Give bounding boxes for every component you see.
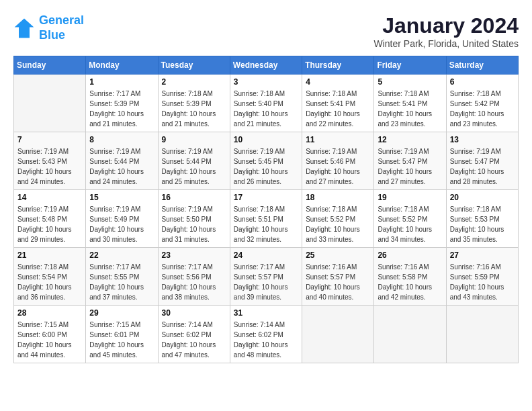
day-number: 7 — [17, 135, 82, 144]
day-info: Sunrise: 7:19 AM Sunset: 5:48 PM Dayligh… — [17, 204, 82, 244]
calendar-cell: 8Sunrise: 7:19 AM Sunset: 5:44 PM Daylig… — [86, 132, 158, 190]
calendar-week-row: 1Sunrise: 7:17 AM Sunset: 5:39 PM Daylig… — [14, 75, 519, 132]
day-number: 11 — [306, 135, 370, 144]
calendar-cell: 27Sunrise: 7:16 AM Sunset: 5:59 PM Dayli… — [446, 248, 518, 306]
day-info: Sunrise: 7:17 AM Sunset: 5:55 PM Dayligh… — [89, 262, 154, 302]
calendar-day-header: Sunday — [14, 56, 86, 75]
day-number: 30 — [162, 308, 226, 318]
day-number: 29 — [89, 308, 154, 318]
calendar-cell: 9Sunrise: 7:19 AM Sunset: 5:44 PM Daylig… — [158, 132, 230, 190]
day-number: 20 — [450, 193, 515, 202]
calendar-cell: 20Sunrise: 7:18 AM Sunset: 5:53 PM Dayli… — [446, 190, 518, 248]
calendar-day-header: Monday — [86, 56, 158, 75]
calendar-cell: 16Sunrise: 7:19 AM Sunset: 5:50 PM Dayli… — [158, 190, 230, 248]
day-info: Sunrise: 7:19 AM Sunset: 5:50 PM Dayligh… — [162, 204, 226, 244]
day-info: Sunrise: 7:15 AM Sunset: 6:01 PM Dayligh… — [89, 320, 154, 360]
logo: General Blue — [13, 13, 84, 42]
page-subtitle: Winter Park, Florida, United States — [373, 38, 519, 49]
calendar-cell: 11Sunrise: 7:19 AM Sunset: 5:46 PM Dayli… — [302, 132, 374, 190]
day-info: Sunrise: 7:19 AM Sunset: 5:49 PM Dayligh… — [89, 204, 154, 244]
calendar-cell — [374, 306, 446, 363]
calendar-cell: 30Sunrise: 7:14 AM Sunset: 6:02 PM Dayli… — [158, 306, 230, 363]
day-info: Sunrise: 7:19 AM Sunset: 5:45 PM Dayligh… — [234, 146, 298, 187]
day-info: Sunrise: 7:16 AM Sunset: 5:58 PM Dayligh… — [378, 262, 442, 302]
day-number: 18 — [306, 193, 370, 202]
day-info: Sunrise: 7:14 AM Sunset: 6:02 PM Dayligh… — [162, 320, 226, 360]
day-info: Sunrise: 7:19 AM Sunset: 5:43 PM Dayligh… — [17, 146, 82, 187]
day-info: Sunrise: 7:18 AM Sunset: 5:52 PM Dayligh… — [378, 204, 442, 244]
calendar-cell: 18Sunrise: 7:18 AM Sunset: 5:52 PM Dayli… — [302, 190, 374, 248]
calendar-cell: 31Sunrise: 7:14 AM Sunset: 6:02 PM Dayli… — [230, 306, 302, 363]
calendar-week-row: 28Sunrise: 7:15 AM Sunset: 6:00 PM Dayli… — [14, 306, 519, 363]
svg-marker-0 — [15, 18, 34, 38]
day-number: 6 — [450, 77, 515, 87]
day-number: 25 — [306, 250, 370, 260]
day-info: Sunrise: 7:18 AM Sunset: 5:42 PM Dayligh… — [450, 89, 515, 129]
calendar-header: SundayMondayTuesdayWednesdayThursdayFrid… — [14, 56, 519, 75]
day-info: Sunrise: 7:17 AM Sunset: 5:56 PM Dayligh… — [162, 262, 226, 302]
calendar-week-row: 21Sunrise: 7:18 AM Sunset: 5:54 PM Dayli… — [14, 248, 519, 306]
calendar-cell: 17Sunrise: 7:18 AM Sunset: 5:51 PM Dayli… — [230, 190, 302, 248]
calendar-cell: 1Sunrise: 7:17 AM Sunset: 5:39 PM Daylig… — [86, 75, 158, 132]
logo-icon — [13, 17, 35, 39]
calendar-cell: 28Sunrise: 7:15 AM Sunset: 6:00 PM Dayli… — [14, 306, 86, 363]
day-info: Sunrise: 7:18 AM Sunset: 5:41 PM Dayligh… — [378, 89, 442, 129]
calendar-cell: 3Sunrise: 7:18 AM Sunset: 5:40 PM Daylig… — [230, 75, 302, 132]
calendar-cell: 24Sunrise: 7:17 AM Sunset: 5:57 PM Dayli… — [230, 248, 302, 306]
day-number: 19 — [378, 193, 442, 202]
day-number: 12 — [378, 135, 442, 144]
day-info: Sunrise: 7:14 AM Sunset: 6:02 PM Dayligh… — [234, 320, 298, 360]
calendar-cell: 15Sunrise: 7:19 AM Sunset: 5:49 PM Dayli… — [86, 190, 158, 248]
day-number: 14 — [17, 193, 82, 202]
calendar-day-header: Friday — [374, 56, 446, 75]
logo-text: General Blue — [39, 13, 84, 42]
day-number: 17 — [234, 193, 298, 202]
calendar-day-header: Thursday — [302, 56, 374, 75]
day-number: 13 — [450, 135, 515, 144]
calendar-cell: 4Sunrise: 7:18 AM Sunset: 5:41 PM Daylig… — [302, 75, 374, 132]
day-info: Sunrise: 7:18 AM Sunset: 5:40 PM Dayligh… — [234, 89, 298, 129]
calendar-day-header: Wednesday — [230, 56, 302, 75]
day-number: 4 — [306, 77, 370, 87]
calendar-cell: 14Sunrise: 7:19 AM Sunset: 5:48 PM Dayli… — [14, 190, 86, 248]
day-info: Sunrise: 7:19 AM Sunset: 5:46 PM Dayligh… — [306, 146, 370, 187]
day-number: 9 — [162, 135, 226, 144]
calendar-cell: 12Sunrise: 7:19 AM Sunset: 5:47 PM Dayli… — [374, 132, 446, 190]
day-info: Sunrise: 7:19 AM Sunset: 5:44 PM Dayligh… — [89, 146, 154, 187]
calendar-cell: 2Sunrise: 7:18 AM Sunset: 5:39 PM Daylig… — [158, 75, 230, 132]
day-number: 22 — [89, 250, 154, 260]
day-number: 1 — [89, 77, 154, 87]
title-area: January 2024 Winter Park, Florida, Unite… — [373, 13, 519, 49]
day-info: Sunrise: 7:18 AM Sunset: 5:52 PM Dayligh… — [306, 204, 370, 244]
calendar-week-row: 14Sunrise: 7:19 AM Sunset: 5:48 PM Dayli… — [14, 190, 519, 248]
day-info: Sunrise: 7:18 AM Sunset: 5:53 PM Dayligh… — [450, 204, 515, 244]
day-number: 21 — [17, 250, 82, 260]
page-title: January 2024 — [373, 13, 519, 38]
calendar-day-header: Tuesday — [158, 56, 230, 75]
day-info: Sunrise: 7:17 AM Sunset: 5:57 PM Dayligh… — [234, 262, 298, 302]
calendar-cell: 5Sunrise: 7:18 AM Sunset: 5:41 PM Daylig… — [374, 75, 446, 132]
day-number: 5 — [378, 77, 442, 87]
day-number: 8 — [89, 135, 154, 144]
day-info: Sunrise: 7:16 AM Sunset: 5:57 PM Dayligh… — [306, 262, 370, 302]
calendar-cell — [302, 306, 374, 363]
calendar-day-header: Saturday — [446, 56, 518, 75]
calendar-cell — [14, 75, 86, 132]
day-info: Sunrise: 7:19 AM Sunset: 5:47 PM Dayligh… — [378, 146, 442, 187]
calendar-header-row: SundayMondayTuesdayWednesdayThursdayFrid… — [14, 56, 519, 75]
day-number: 28 — [17, 308, 82, 318]
day-number: 31 — [234, 308, 298, 318]
day-number: 27 — [450, 250, 515, 260]
day-number: 3 — [234, 77, 298, 87]
day-number: 23 — [162, 250, 226, 260]
calendar-cell: 13Sunrise: 7:19 AM Sunset: 5:47 PM Dayli… — [446, 132, 518, 190]
calendar-cell: 7Sunrise: 7:19 AM Sunset: 5:43 PM Daylig… — [14, 132, 86, 190]
day-info: Sunrise: 7:18 AM Sunset: 5:39 PM Dayligh… — [162, 89, 226, 129]
day-info: Sunrise: 7:17 AM Sunset: 5:39 PM Dayligh… — [89, 89, 154, 129]
day-number: 2 — [162, 77, 226, 87]
calendar-cell: 10Sunrise: 7:19 AM Sunset: 5:45 PM Dayli… — [230, 132, 302, 190]
calendar-cell — [446, 306, 518, 363]
calendar-table: SundayMondayTuesdayWednesdayThursdayFrid… — [13, 56, 519, 363]
calendar-cell: 19Sunrise: 7:18 AM Sunset: 5:52 PM Dayli… — [374, 190, 446, 248]
calendar-cell: 29Sunrise: 7:15 AM Sunset: 6:01 PM Dayli… — [86, 306, 158, 363]
